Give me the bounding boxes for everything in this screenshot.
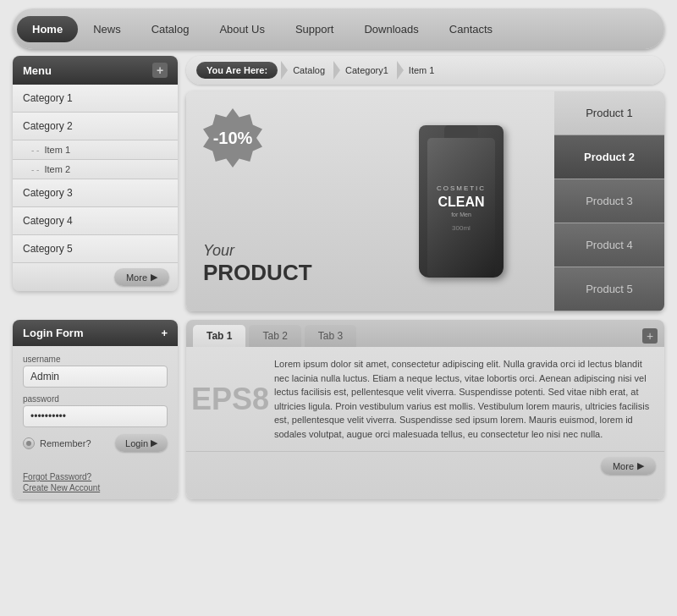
main-content: Menu + Category 1 Category 2 Item 1 Item… [0,56,677,311]
remember-label: Remember? [40,438,110,448]
bottle-name: CLEAN [438,195,484,210]
tabs-header: Tab 1 Tab 2 Tab 3 + [186,320,664,347]
sidebar-subitem-item2[interactable]: Item 2 [13,160,178,179]
breadcrumb: You Are Here: Catalog Category1 Item 1 [186,56,664,85]
sidebar-header: Menu + [13,56,178,85]
play-icon: ▶ [151,437,157,448]
remember-radio[interactable] [23,437,35,449]
product-image-area: -10% Your PRODUCT COSMETIC CLEAN for Men… [186,91,554,311]
discount-badge: -10% [203,108,262,168]
product-list-item-2[interactable]: Product 2 [554,135,664,179]
product-bottle: COSMETIC CLEAN for Men 300ml [419,125,504,278]
bottom-section: Login Form + username password Remember?… [0,311,677,508]
nav-item-contacts[interactable]: Cantacts [434,16,508,42]
login-add-button[interactable]: + [161,327,168,339]
password-input[interactable] [23,405,168,427]
tabs-add-button[interactable]: + [642,328,658,344]
password-label: password [23,394,168,404]
bottle-brand: COSMETIC [437,184,486,192]
breadcrumb-you-are-here: You Are Here: [196,62,278,79]
bottle-top [444,125,478,138]
forgot-password-link[interactable]: Forgot Password? [23,472,168,481]
sidebar-item-category1[interactable]: Category 1 [13,85,178,113]
product-list-item-4[interactable]: Product 4 [554,223,664,267]
product-list-item-3[interactable]: Product 3 [554,179,664,223]
play-icon: ▶ [637,460,644,471]
sidebar-more-button[interactable]: More ▶ [114,268,169,286]
eps-label: EPS8 [196,357,264,441]
username-label: username [23,355,168,364]
nav-item-catalog[interactable]: Catalog [136,16,205,42]
tabs-more-row: More ▶ [186,451,664,481]
sidebar-item-category4[interactable]: Category 4 [13,207,178,235]
sidebar-item-category3[interactable]: Category 3 [13,179,178,207]
top-navigation: Home News Catalog About Us Support Downl… [13,8,664,49]
right-panel: You Are Here: Catalog Category1 Item 1 -… [186,56,664,311]
breadcrumb-item1[interactable]: Item 1 [397,62,443,79]
sidebar-more-area: More ▶ [13,263,178,291]
breadcrumb-category1[interactable]: Category1 [333,62,397,79]
tab-3[interactable]: Tab 3 [305,325,356,347]
nav-item-home[interactable]: Home [17,16,78,42]
login-button[interactable]: Login ▶ [115,434,168,452]
login-title: Login Form [23,327,84,339]
bottle-body: COSMETIC CLEAN for Men 300ml [427,138,495,278]
tabs-content: EPS8 Lorem ipsum dolor sit amet, consect… [186,347,664,451]
tab-content-text: Lorem ipsum dolor sit amet, consectetur … [274,357,654,441]
sidebar-menu: Menu + Category 1 Category 2 Item 1 Item… [13,56,178,291]
product-list-item-1[interactable]: Product 1 [554,91,664,135]
product-list: Product 1 Product 2 Product 3 Product 4 … [554,91,664,311]
product-label: Your PRODUCT [203,242,312,286]
bottle-volume: 300ml [452,224,471,232]
remember-row: Remember? Login ▶ [23,434,168,452]
tab-1[interactable]: Tab 1 [193,325,245,347]
bottle-sub: for Men [451,212,471,217]
sidebar-item-category5[interactable]: Category 5 [13,235,178,263]
create-account-link[interactable]: Create New Account [23,483,168,492]
login-links: Forgot Password? Create New Account [13,467,178,499]
sidebar-item-category2[interactable]: Category 2 [13,113,178,140]
tab-2[interactable]: Tab 2 [249,325,300,347]
sidebar-add-button[interactable]: + [152,63,168,78]
nav-item-about[interactable]: About Us [204,16,279,42]
tabs-more-button[interactable]: More ▶ [601,457,656,475]
play-icon: ▶ [151,272,157,283]
nav-item-downloads[interactable]: Downloads [349,16,433,42]
username-input[interactable] [23,366,168,388]
tabs-panel: Tab 1 Tab 2 Tab 3 + EPS8 Lorem ipsum dol… [186,320,664,499]
sidebar: Menu + Category 1 Category 2 Item 1 Item… [13,56,178,311]
breadcrumb-catalog[interactable]: Catalog [281,62,333,79]
product-banner: -10% Your PRODUCT COSMETIC CLEAN for Men… [186,91,664,311]
product-name-text: PRODUCT [203,260,312,286]
login-header: Login Form + [13,320,178,346]
nav-item-news[interactable]: News [78,16,136,42]
login-body: username password Remember? Login ▶ [13,346,178,467]
sidebar-subitem-item1[interactable]: Item 1 [13,140,178,160]
nav-item-support[interactable]: Support [280,16,350,42]
sidebar-title: Menu [23,64,52,77]
login-form: Login Form + username password Remember?… [13,320,178,499]
product-list-item-5[interactable]: Product 5 [554,267,664,311]
product-your-text: Your [203,242,312,260]
